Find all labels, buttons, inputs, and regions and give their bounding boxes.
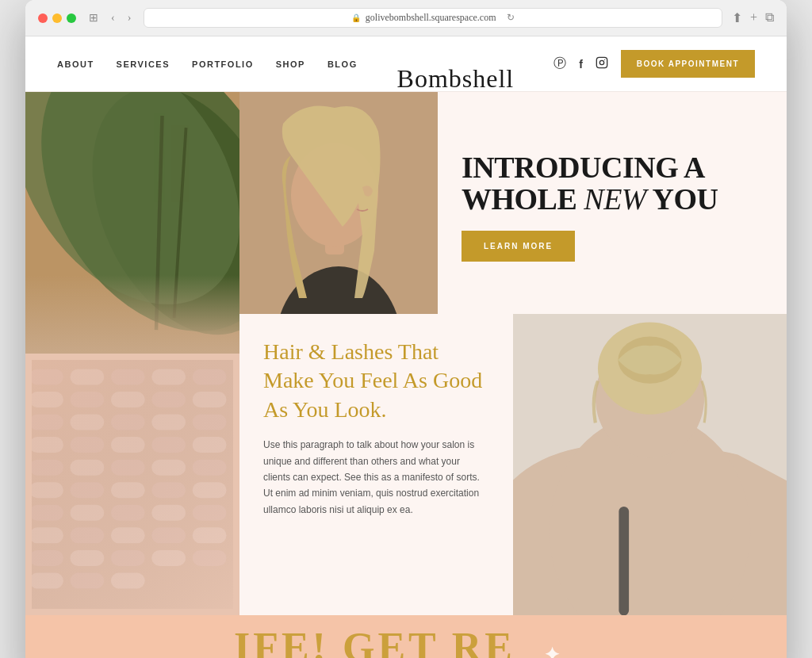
svg-rect-78 <box>32 360 233 609</box>
left-col-photo <box>25 92 239 615</box>
hero-woman-photo <box>239 92 438 314</box>
website-content: ABOUT SERVICES PORTFOLIO SHOP BLOG Bombs… <box>25 36 787 658</box>
footer-star-icon: ✦ <box>544 645 562 658</box>
reload-icon[interactable]: ↻ <box>507 12 515 24</box>
learn-more-button[interactable]: LEARN MORE <box>462 231 575 262</box>
bottom-row: Hair & Lashes That Make You Feel As Good… <box>239 314 787 615</box>
body-text: Use this paragraph to talk about how you… <box>263 437 489 518</box>
new-tab-icon[interactable]: + <box>750 10 757 25</box>
svg-point-1 <box>599 60 603 64</box>
pinterest-icon[interactable]: Ⓟ <box>553 55 566 72</box>
pill-photo <box>25 354 239 615</box>
close-button[interactable] <box>38 13 48 23</box>
nav-blog[interactable]: BLOG <box>327 59 358 69</box>
hair-lashes-section: Hair & Lashes That Make You Feel As Good… <box>239 314 513 615</box>
hero-heading-line2-end: YOU <box>646 182 718 216</box>
browser-actions: ⬆ + ⧉ <box>732 10 774 25</box>
hero-heading: INTRODUCING A WHOLE NEW YOU <box>462 152 763 216</box>
share-icon[interactable]: ⬆ <box>732 10 742 25</box>
right-content-column: INTRODUCING A WHOLE NEW YOU LEARN MORE H… <box>239 92 787 615</box>
navigation: ABOUT SERVICES PORTFOLIO SHOP BLOG Bombs… <box>25 36 787 92</box>
hair-lashes-title: Hair & Lashes That Make You Feel As Good… <box>263 338 489 424</box>
main-content: INTRODUCING A WHOLE NEW YOU LEARN MORE H… <box>25 92 787 658</box>
hero-heading-italic: NEW <box>584 182 646 216</box>
minimize-button[interactable] <box>52 13 62 23</box>
hero-heading-line1: INTRODUCING A <box>462 151 705 184</box>
instagram-icon[interactable] <box>596 56 608 72</box>
browser-window: ⊞ ‹ › 🔒 golivebombshell.squarespace.com … <box>25 0 787 658</box>
tab-overview-icon[interactable]: ⧉ <box>765 10 774 25</box>
svg-rect-93 <box>513 314 787 615</box>
lock-icon: 🔒 <box>351 13 361 22</box>
back-icon[interactable]: ‹ <box>108 10 118 26</box>
left-image-column <box>25 92 239 615</box>
hero-images-row: INTRODUCING A WHOLE NEW YOU LEARN MORE <box>239 92 787 314</box>
url-text: golivebombshell.squarespace.com <box>366 12 496 24</box>
hero-section: INTRODUCING A WHOLE NEW YOU LEARN MORE H… <box>25 92 787 615</box>
nav-services[interactable]: SERVICES <box>117 59 170 69</box>
svg-rect-84 <box>239 92 438 314</box>
hero-text-block: INTRODUCING A WHOLE NEW YOU LEARN MORE <box>438 92 787 314</box>
hero-heading-line2-start: WHOLE <box>462 182 584 216</box>
maximize-button[interactable] <box>67 13 76 23</box>
nav-shop[interactable]: SHOP <box>276 59 305 69</box>
browser-controls: ⊞ ‹ › <box>86 10 134 26</box>
updo-hair-photo <box>513 314 787 615</box>
facebook-icon[interactable]: f <box>579 58 583 71</box>
address-bar[interactable]: 🔒 golivebombshell.squarespace.com ↻ <box>144 8 722 28</box>
sidebar-toggle-icon[interactable]: ⊞ <box>86 10 102 26</box>
footer-peek: IFE! GET RE ✦ <box>25 615 787 658</box>
nav-portfolio[interactable]: PORTFOLIO <box>192 59 254 69</box>
leaf-photo <box>25 92 239 354</box>
nav-right: Ⓟ f BOOK APPOINTMENT <box>553 50 755 78</box>
svg-point-2 <box>604 59 605 59</box>
nav-about[interactable]: ABOUT <box>57 59 94 69</box>
traffic-lights <box>38 13 76 23</box>
footer-text-content: IFE! GET RE <box>234 625 515 658</box>
site-logo[interactable]: Bombshell <box>397 64 515 94</box>
nav-links-left: ABOUT SERVICES PORTFOLIO SHOP BLOG <box>57 59 358 69</box>
svg-rect-0 <box>596 57 607 67</box>
footer-text: IFE! GET RE ✦ <box>234 624 578 658</box>
svg-rect-9 <box>25 92 239 354</box>
forward-icon[interactable]: › <box>124 10 135 26</box>
browser-chrome: ⊞ ‹ › 🔒 golivebombshell.squarespace.com … <box>25 0 787 36</box>
book-appointment-button[interactable]: BOOK APPOINTMENT <box>621 50 755 78</box>
